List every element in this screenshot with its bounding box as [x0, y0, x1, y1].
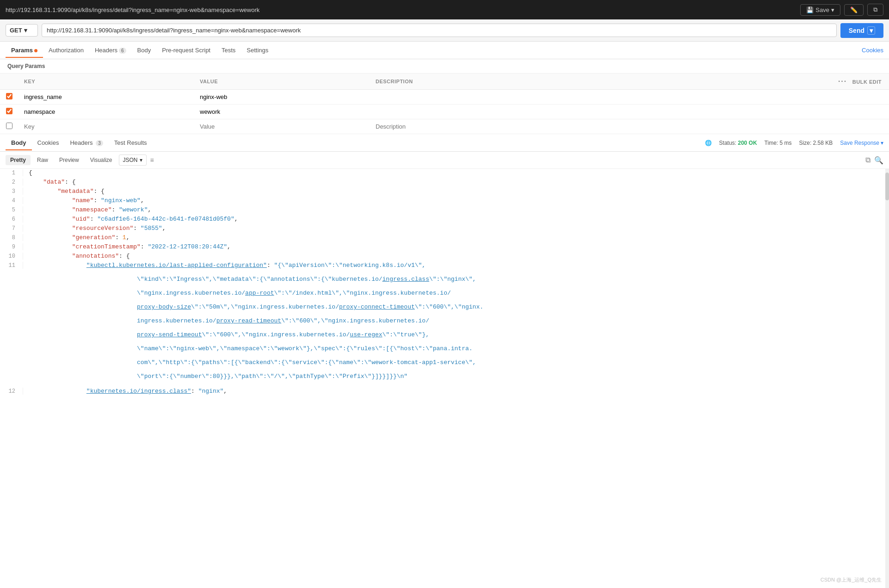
- tab-tests[interactable]: Tests: [216, 43, 241, 57]
- params-table: KEY VALUE DESCRIPTION ··· Bulk Edit: [0, 74, 889, 134]
- format-actions: ⧉ 🔍: [865, 156, 883, 165]
- body-format-row: Pretty Raw Preview Visualize JSON ▾ ≡ ⧉ …: [0, 152, 889, 169]
- row3-value: [194, 119, 370, 134]
- row1-value-input[interactable]: [200, 93, 364, 100]
- response-status: 🌐 Status: 200 OK Time: 5 ms Size: 2.58 K…: [705, 140, 883, 146]
- more-options-icon[interactable]: ···: [838, 77, 847, 85]
- row3-key-input[interactable]: [24, 123, 189, 130]
- json-viewer: 1 { 2 "data": { 3 "metadata": { 4 "name"…: [0, 169, 889, 588]
- row2-key-input[interactable]: [24, 108, 189, 115]
- save-response-button[interactable]: Save Response ▾: [840, 140, 883, 146]
- row2-action: [687, 105, 889, 119]
- copy-icon: ⧉: [873, 6, 877, 13]
- table-row: [0, 105, 889, 119]
- json-line-1: 1 {: [0, 169, 889, 178]
- json-line-12: 12 "kubernetes.io/ingress.class": "nginx…: [0, 387, 889, 396]
- params-table-header: KEY VALUE DESCRIPTION ··· Bulk Edit: [0, 74, 889, 90]
- format-tab-raw[interactable]: Raw: [32, 155, 53, 165]
- json-format-select[interactable]: JSON ▾: [119, 155, 147, 166]
- json-line-4: 4 "name": "nginx-web",: [0, 197, 889, 206]
- watermark: CSDN @上海_运维_Q先生: [821, 576, 882, 583]
- row3-checkbox[interactable]: [6, 123, 12, 129]
- col-value: VALUE: [194, 74, 370, 90]
- col-key: KEY: [19, 74, 194, 90]
- tab-headers[interactable]: Headers6: [89, 43, 132, 57]
- tab-settings[interactable]: Settings: [241, 43, 274, 57]
- json-line-6: 6 "uid": "c6adf1e6-164b-442c-b641-fe0748…: [0, 215, 889, 224]
- scrollbar-track: [885, 169, 889, 588]
- headers-badge: 6: [119, 48, 126, 54]
- row1-action: [687, 90, 889, 105]
- tab-authorization[interactable]: Authorization: [43, 43, 89, 57]
- row2-value: [194, 105, 370, 119]
- json-line-2: 2 "data": {: [0, 178, 889, 187]
- method-label: GET: [10, 27, 22, 34]
- save-icon: 💾: [806, 6, 814, 13]
- query-params-section: Query Params KEY VALUE DESCRIPTION ··· B…: [0, 59, 889, 134]
- response-tabs-row: Body Cookies Headers 3 Test Results 🌐 St…: [0, 134, 889, 152]
- tab-pre-request-script[interactable]: Pre-request Script: [156, 43, 216, 57]
- row1-checkbox-cell: [0, 90, 19, 105]
- title-bar-actions: 💾 Save ▾ ✏️ ⧉: [800, 4, 883, 16]
- query-params-title: Query Params: [0, 59, 889, 74]
- json-line-10: 10 "annotations": {: [0, 252, 889, 261]
- row2-checkbox[interactable]: [6, 108, 12, 114]
- table-row: [0, 90, 889, 105]
- title-bar-url: http://192.168.31.1:9090/api/k8s/ingress…: [6, 6, 259, 13]
- scrollbar-thumb[interactable]: [885, 173, 889, 200]
- save-button[interactable]: 💾 Save ▾: [800, 4, 840, 16]
- json-line-7: 7 "resourceVersion": "5855",: [0, 224, 889, 234]
- row2-description-input[interactable]: [376, 108, 682, 115]
- row2-checkbox-cell: [0, 105, 19, 119]
- cookies-link[interactable]: Cookies: [862, 47, 883, 54]
- tab-body[interactable]: Body: [132, 43, 157, 57]
- copy-button[interactable]: ⧉: [867, 4, 883, 16]
- response-tab-cookies[interactable]: Cookies: [32, 136, 65, 150]
- response-tab-headers[interactable]: Headers 3: [64, 136, 108, 150]
- row2-description: [370, 105, 687, 119]
- params-dot: [34, 49, 37, 52]
- json-line-5: 5 "namespace": "wework",: [0, 206, 889, 215]
- row1-key-input[interactable]: [24, 93, 189, 100]
- search-icon[interactable]: 🔍: [874, 156, 883, 165]
- chevron-down-icon: ▾: [24, 27, 27, 34]
- response-headers-badge: 3: [96, 140, 103, 146]
- globe-icon: 🌐: [705, 140, 712, 146]
- row2-key: [19, 105, 194, 119]
- json-line-11: 11 "kubectl.kubernetes.io/last-applied-c…: [0, 261, 889, 387]
- chevron-down-icon: ▾: [140, 157, 142, 163]
- time-label: Time: 5 ms: [765, 140, 792, 146]
- response-tab-body[interactable]: Body: [6, 136, 32, 150]
- size-label: Size: 2.58 KB: [799, 140, 833, 146]
- tab-params[interactable]: Params: [6, 43, 43, 57]
- row3-value-input[interactable]: [200, 123, 364, 130]
- row1-description: [370, 90, 687, 105]
- row3-description-input[interactable]: [376, 123, 682, 130]
- send-button[interactable]: Send ▾: [840, 23, 883, 38]
- format-tab-visualize[interactable]: Visualize: [86, 155, 117, 165]
- row3-checkbox-cell: [0, 119, 19, 134]
- col-checkbox: [0, 74, 19, 90]
- filter-icon[interactable]: ≡: [150, 156, 154, 164]
- row1-key: [19, 90, 194, 105]
- send-dropdown-icon[interactable]: ▾: [867, 26, 875, 35]
- edit-button[interactable]: ✏️: [844, 4, 864, 16]
- chevron-down-icon: ▾: [831, 6, 834, 13]
- status-value: 200 OK: [738, 140, 757, 146]
- format-tab-pretty[interactable]: Pretty: [6, 155, 31, 165]
- row1-description-input[interactable]: [376, 93, 682, 100]
- row3-key: [19, 119, 194, 134]
- json-line-3: 3 "metadata": {: [0, 187, 889, 197]
- url-input[interactable]: [42, 24, 837, 37]
- row2-value-input[interactable]: [200, 108, 364, 115]
- col-description: DESCRIPTION: [370, 74, 687, 90]
- row1-checkbox[interactable]: [6, 93, 12, 99]
- format-tab-preview[interactable]: Preview: [55, 155, 84, 165]
- json-line-8: 8 "generation": 1,: [0, 234, 889, 243]
- method-select[interactable]: GET ▾: [6, 24, 38, 37]
- status-label: Status: 200 OK: [719, 140, 757, 146]
- copy-response-icon[interactable]: ⧉: [865, 156, 870, 164]
- row3-action: [687, 119, 889, 134]
- response-tab-test-results[interactable]: Test Results: [109, 136, 153, 150]
- row3-description: [370, 119, 687, 134]
